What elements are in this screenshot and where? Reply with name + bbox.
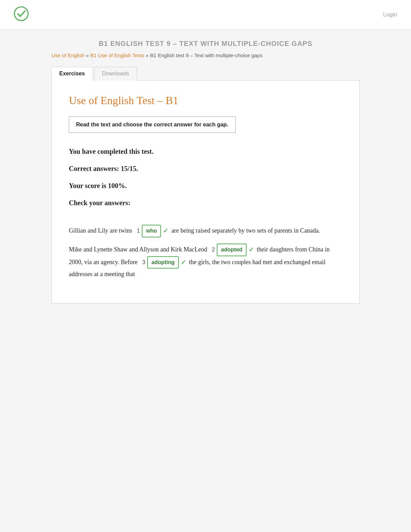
sentence1-before: Gillian and Lily are twins xyxy=(69,227,132,234)
sentence2-before: Mike and Lynette Shaw and Allyson and Ki… xyxy=(69,246,207,253)
breadcrumb-separator-1: » xyxy=(86,52,90,58)
gap1-number: 1 xyxy=(137,226,140,236)
gap3-number: 3 xyxy=(142,258,145,268)
gap3-answer-group: 3 adopting ✓ xyxy=(142,256,186,269)
gap2-check-icon: ✓ xyxy=(249,244,254,255)
breadcrumb-current: B1 English test 9 – Text with multiple-c… xyxy=(150,52,262,58)
breadcrumb-separator-2: » xyxy=(146,52,150,58)
passage-paragraph-1: Gillian and Lily are twins 1 who ✓ are b… xyxy=(69,225,342,237)
gap2-word: adopted xyxy=(217,244,246,256)
gap1-answer-group: 1 who ✓ xyxy=(137,225,168,237)
tab-exercises[interactable]: Exercises xyxy=(51,67,93,81)
gap2-answer-group: 2 adopted ✓ xyxy=(212,244,253,256)
answers-section: Gillian and Lily are twins 1 who ✓ are b… xyxy=(69,225,342,280)
completion-line3: Your score is 100%. xyxy=(69,181,342,190)
page-title: B1 ENGLISH TEST 9 – TEXT WITH MULTIPLE-C… xyxy=(51,40,360,48)
tab-downloads[interactable]: Downloads xyxy=(94,67,137,81)
tabs-container: Exercises Downloads xyxy=(51,66,360,81)
breadcrumb-link-2[interactable]: B1 Use of English Tests xyxy=(90,52,144,58)
completion-line4: Check your answers: xyxy=(69,198,342,208)
instruction-box: Read the text and choose the correct ans… xyxy=(69,116,236,133)
gap1-check-icon: ✓ xyxy=(163,225,168,236)
gap2-number: 2 xyxy=(212,245,215,255)
completion-section: You have completed this test. Correct an… xyxy=(69,147,342,208)
text-passage: Gillian and Lily are twins 1 who ✓ are b… xyxy=(69,225,342,280)
login-link[interactable]: Login xyxy=(383,11,397,18)
completion-line2: Correct answers: 15/15. xyxy=(69,164,342,173)
logo xyxy=(14,6,29,23)
main-card: Use of English Test – B1 Read the text a… xyxy=(51,81,360,304)
sentence1-after: are being raised separately by two sets … xyxy=(171,227,320,234)
completion-line1: You have completed this test. xyxy=(69,147,342,156)
gap1-word: who xyxy=(142,225,161,237)
checkmark-circle-icon xyxy=(14,6,29,21)
svg-point-0 xyxy=(14,7,28,21)
breadcrumb: Use of English » B1 Use of English Tests… xyxy=(51,52,360,58)
passage-paragraph-2: Mike and Lynette Shaw and Allyson and Ki… xyxy=(69,244,342,280)
gap3-word: adopting xyxy=(147,256,179,269)
gap3-check-icon: ✓ xyxy=(181,257,186,268)
site-header: Login xyxy=(0,0,411,29)
card-title: Use of English Test – B1 xyxy=(69,94,342,107)
breadcrumb-link-1[interactable]: Use of English xyxy=(51,52,85,58)
